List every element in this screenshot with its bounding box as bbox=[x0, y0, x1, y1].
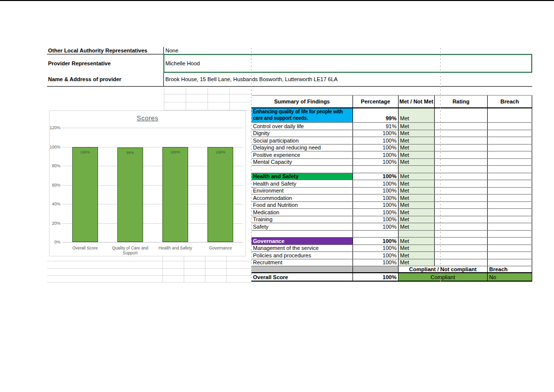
met-cell[interactable]: Met bbox=[399, 137, 435, 144]
met-cell[interactable]: Met bbox=[399, 209, 435, 216]
breach-cell[interactable] bbox=[488, 108, 532, 122]
field-label-provider-representative[interactable]: Provider Representative bbox=[48, 60, 162, 67]
percentage-cell[interactable]: 100% bbox=[353, 216, 399, 223]
rating-cell[interactable] bbox=[435, 216, 488, 223]
met-cell[interactable]: Met bbox=[399, 151, 435, 158]
rating-cell[interactable] bbox=[435, 188, 488, 195]
gray-cell[interactable] bbox=[252, 266, 353, 272]
chart-title[interactable]: Scores bbox=[50, 114, 246, 122]
percentage-cell[interactable]: 100% bbox=[353, 223, 399, 230]
field-label-provider-address[interactable]: Name & Address of provider bbox=[48, 76, 162, 83]
column-header-4[interactable]: Breach bbox=[488, 96, 532, 107]
breach-cell[interactable] bbox=[488, 159, 532, 166]
overall-score-label-cell[interactable]: Overall Score bbox=[252, 273, 353, 281]
breach-cell[interactable] bbox=[488, 137, 532, 144]
met-cell[interactable]: Met bbox=[399, 188, 435, 195]
overall-breach-cell[interactable]: No bbox=[488, 273, 532, 281]
breach-cell[interactable] bbox=[488, 173, 532, 180]
breach-cell[interactable] bbox=[488, 130, 532, 137]
percentage-cell[interactable]: 100% bbox=[353, 180, 399, 187]
breach-cell[interactable] bbox=[488, 252, 532, 259]
rating-cell[interactable] bbox=[435, 173, 488, 180]
breach-cell[interactable] bbox=[488, 245, 532, 252]
bar-quality-of-care-and-support[interactable] bbox=[117, 147, 143, 242]
met-cell[interactable]: Met bbox=[399, 159, 435, 166]
met-cell[interactable]: Met bbox=[399, 245, 435, 252]
percentage-cell[interactable]: 100% bbox=[353, 130, 399, 137]
breach-cell[interactable] bbox=[488, 223, 532, 230]
met-cell[interactable]: Met bbox=[399, 202, 435, 209]
percentage-cell[interactable]: 100% bbox=[353, 245, 399, 252]
label-cell[interactable]: Control over daily life bbox=[252, 123, 353, 130]
label-cell[interactable]: Food and Nutrition bbox=[252, 202, 353, 209]
percentage-cell[interactable]: 91% bbox=[353, 123, 399, 130]
label-cell[interactable]: Safety bbox=[252, 223, 353, 230]
rating-cell[interactable] bbox=[435, 159, 488, 166]
rating-cell[interactable] bbox=[435, 231, 488, 238]
label-cell[interactable] bbox=[252, 231, 353, 238]
field-value-other-representatives[interactable]: None bbox=[165, 48, 529, 54]
bar-governance[interactable] bbox=[207, 147, 233, 243]
met-cell[interactable]: Met bbox=[399, 195, 435, 201]
met-cell[interactable]: Met bbox=[399, 173, 435, 180]
percentage-cell[interactable]: 100% bbox=[353, 202, 399, 209]
rating-cell[interactable] bbox=[435, 238, 488, 245]
label-cell[interactable]: Recruitment bbox=[252, 259, 353, 266]
section-header-cell[interactable]: Governance bbox=[252, 238, 353, 245]
label-cell[interactable]: Training bbox=[252, 216, 353, 223]
breach-cell[interactable] bbox=[488, 145, 532, 151]
breach-cell[interactable] bbox=[488, 238, 532, 245]
label-cell[interactable]: Health and Safety bbox=[252, 180, 353, 187]
label-cell[interactable]: Medication bbox=[252, 209, 353, 216]
rating-cell[interactable] bbox=[435, 195, 488, 201]
rating-cell[interactable] bbox=[435, 166, 488, 173]
percentage-cell[interactable]: 99% bbox=[353, 108, 399, 122]
met-cell[interactable] bbox=[399, 166, 435, 173]
label-cell[interactable]: Dignity bbox=[252, 130, 353, 137]
breach-cell[interactable] bbox=[488, 180, 532, 187]
breach-cell[interactable] bbox=[488, 195, 532, 201]
met-cell[interactable]: Met bbox=[399, 252, 435, 259]
bar-overall-score[interactable] bbox=[72, 147, 98, 243]
met-cell[interactable]: Met bbox=[399, 216, 435, 223]
overall-compliance-cell[interactable]: Compliant bbox=[399, 273, 488, 281]
met-cell[interactable]: Met bbox=[399, 180, 435, 187]
percentage-cell[interactable]: 100% bbox=[353, 259, 399, 266]
label-cell[interactable]: Management of the service bbox=[252, 245, 353, 252]
percentage-cell[interactable]: 100% bbox=[353, 188, 399, 195]
breach-cell[interactable] bbox=[488, 188, 532, 195]
bar-health-and-safety[interactable] bbox=[162, 147, 188, 243]
label-cell[interactable]: Social participation bbox=[252, 137, 353, 144]
percentage-cell[interactable] bbox=[353, 231, 399, 238]
met-cell[interactable]: Met bbox=[399, 130, 435, 137]
rating-cell[interactable] bbox=[435, 151, 488, 158]
overall-percentage-cell[interactable]: 100% bbox=[353, 273, 399, 281]
column-header-1[interactable]: Percentage bbox=[353, 96, 399, 107]
percentage-cell[interactable]: 100% bbox=[353, 145, 399, 151]
breach-cell[interactable] bbox=[488, 231, 532, 238]
met-cell[interactable] bbox=[399, 231, 435, 238]
percentage-cell[interactable] bbox=[353, 166, 399, 173]
rating-cell[interactable] bbox=[435, 145, 488, 151]
rating-cell[interactable] bbox=[435, 209, 488, 216]
rating-cell[interactable] bbox=[435, 123, 488, 130]
met-cell[interactable]: Met bbox=[399, 145, 435, 151]
met-cell[interactable]: Met bbox=[399, 223, 435, 230]
label-cell[interactable] bbox=[252, 166, 353, 173]
rating-cell[interactable] bbox=[435, 259, 488, 266]
breach-cell[interactable] bbox=[488, 151, 532, 158]
breach-cell[interactable] bbox=[488, 209, 532, 216]
met-cell[interactable]: Met bbox=[399, 108, 435, 122]
section-header-cell[interactable]: Health and Safety bbox=[252, 173, 353, 180]
rating-cell[interactable] bbox=[435, 202, 488, 209]
section-header-cell[interactable]: Enhancing quality of life for people wit… bbox=[252, 108, 353, 122]
breach-cell[interactable] bbox=[488, 123, 532, 130]
compliance-header-cell[interactable]: Compliant / Not compliant bbox=[399, 266, 488, 272]
breach-cell[interactable] bbox=[488, 259, 532, 266]
percentage-cell[interactable]: 100% bbox=[353, 173, 399, 180]
met-cell[interactable]: Met bbox=[399, 123, 435, 130]
percentage-cell[interactable]: 100% bbox=[353, 137, 399, 144]
label-cell[interactable]: Positive experience bbox=[252, 151, 353, 158]
breach-cell[interactable] bbox=[488, 166, 532, 173]
breach-header-cell[interactable]: Breach bbox=[488, 266, 532, 272]
